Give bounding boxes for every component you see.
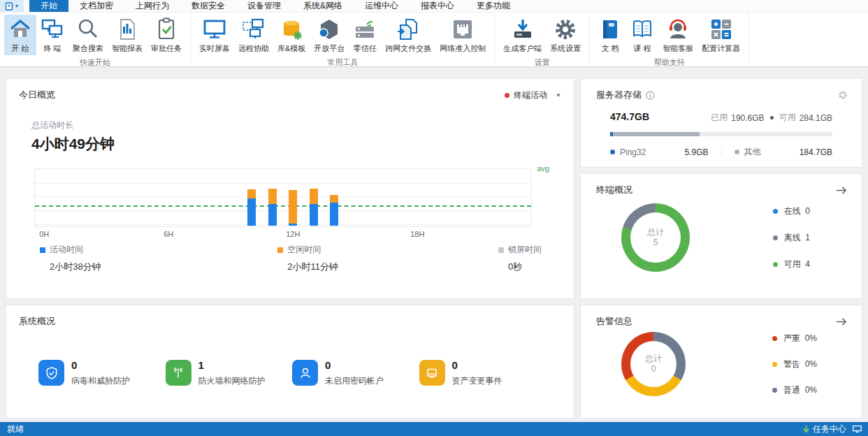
menu-tab-运维中心[interactable]: 运维中心 xyxy=(354,0,410,12)
active-segment xyxy=(268,204,277,226)
x-tick-label: 18H xyxy=(410,230,424,238)
ribbon-button-网络准入控制[interactable]: 网络准入控制 xyxy=(435,15,490,55)
info-icon[interactable] xyxy=(646,91,655,100)
system-item-资产变更事件[interactable]: 0资产变更事件 xyxy=(419,360,547,387)
alert-info-title: 告警信息 xyxy=(596,315,632,328)
storage-total-value: 474.7GB xyxy=(610,111,649,122)
ribbon-button-课程[interactable]: 课 程 xyxy=(626,15,658,55)
client-monitor-icon[interactable] xyxy=(852,425,862,433)
main-content: 今日概览 终端活动 ▼ 总活动时长 4小时49分钟 avg 0H6H12H18H… xyxy=(0,67,868,422)
calculator-icon xyxy=(709,17,733,42)
stacked-bar-hour-13[interactable] xyxy=(310,189,318,226)
chart-plot-area: avg xyxy=(34,168,532,227)
storage-legend-Ping32: Ping325.9GB xyxy=(610,147,709,157)
red-dot-icon xyxy=(505,93,509,98)
menu-tab-文档加密[interactable]: 文档加密 xyxy=(68,0,124,12)
total-activity-label: 总活动时长 xyxy=(31,119,574,131)
ribbon-button-跨网文件交换[interactable]: 跨网文件交换 xyxy=(381,15,435,55)
ribbon-button-审批任务[interactable]: 审批任务 xyxy=(147,15,186,55)
legend-item-锁屏时间: 锁屏时间0秒 xyxy=(498,244,542,273)
system-item-防火墙和网络防护[interactable]: 1防火墙和网络防护 xyxy=(166,360,293,387)
active-segment xyxy=(310,204,318,226)
ribbon-button-文档[interactable]: 文 档 xyxy=(594,15,626,55)
ribbon-button-库&模板[interactable]: 库&模板 xyxy=(273,15,310,55)
app-menu-button[interactable]: ▼ xyxy=(0,0,24,12)
terminal-donut-chart: 总计 5 xyxy=(621,203,690,272)
caret-down-icon: ▼ xyxy=(15,3,20,8)
storage-legend: Ping325.9GB其他184.7GB xyxy=(610,146,832,158)
asset-change-icon xyxy=(419,360,445,386)
stacked-bar-hour-14[interactable] xyxy=(330,195,338,226)
legend-item-严重: 严重 0% xyxy=(772,333,817,344)
ribbon-button-开放平台[interactable]: 开放平台 xyxy=(310,15,349,55)
system-item-未启用密码帐户[interactable]: 0未启用密码帐户 xyxy=(292,360,419,387)
menu-tab-报表中心[interactable]: 报表中心 xyxy=(410,0,465,12)
activity-bar-chart: avg 0H6H12H18H xyxy=(34,168,532,241)
avg-line-label: avg xyxy=(537,164,549,211)
alerts-arrow-right-icon[interactable] xyxy=(836,317,848,326)
menu-tab-更多功能[interactable]: 更多功能 xyxy=(465,0,521,12)
ribbon-button-智能客服[interactable]: 智能客服 xyxy=(658,15,697,55)
shield-check-icon xyxy=(38,360,64,386)
user-account-icon xyxy=(292,360,318,386)
ribbon-button-实时屏幕[interactable]: 实时屏幕 xyxy=(195,15,234,55)
idle-segment xyxy=(330,195,338,203)
terminal-activity-selector[interactable]: 终端活动 ▼ xyxy=(505,89,561,101)
storage-settings-gear-icon[interactable] xyxy=(838,90,848,100)
chart-x-axis: 0H6H12H18H xyxy=(34,230,532,241)
ribbon-button-聚合搜索[interactable]: 聚合搜索 xyxy=(68,15,108,55)
chart-gridline xyxy=(35,183,531,184)
avg-dashed-line xyxy=(35,205,531,207)
storage-legend-其他: 其他184.7GB xyxy=(721,146,833,158)
panel-terminal-overview: 终端概况 总计 5 在线 0离线 1可用 4 xyxy=(580,173,862,299)
legend-item-可用: 可用 4 xyxy=(773,259,810,270)
stacked-bar-hour-11[interactable] xyxy=(268,189,277,226)
selector-label: 终端活动 xyxy=(514,89,547,101)
ribbon-button-生成客户端[interactable]: 生成客户端 xyxy=(499,15,546,55)
home-icon xyxy=(8,17,32,42)
menu-tabs: 开始文档加密上网行为数据安全设备管理系统&网络运维中心报表中心更多功能 xyxy=(29,0,521,12)
ribbon-button-终端[interactable]: 终 端 xyxy=(36,15,68,55)
green-down-arrow-icon xyxy=(802,425,810,433)
status-ready: 就绪 xyxy=(7,423,24,435)
panel-server-storage: 服务器存储 474.7GB 已用190.6GB 可用284.1GB xyxy=(580,78,862,168)
ribbon-button-配置计算器[interactable]: 配置计算器 xyxy=(697,15,744,55)
gear-icon xyxy=(554,17,577,42)
stacked-bar-hour-10[interactable] xyxy=(247,189,256,226)
system-item-病毒和威胁防护[interactable]: 0病毒和威胁防护 xyxy=(38,360,166,387)
legend-item-离线: 离线 1 xyxy=(773,232,810,244)
storage-bar-segment xyxy=(700,132,832,136)
idle-segment xyxy=(268,189,277,205)
zero-trust-icon xyxy=(353,17,377,42)
menu-tab-系统&网络[interactable]: 系统&网络 xyxy=(292,0,354,12)
library-icon xyxy=(280,17,303,42)
file-exchange-icon xyxy=(396,17,420,42)
support-agent-icon xyxy=(666,17,690,42)
chart-gridline xyxy=(35,224,531,225)
storage-progress-bar xyxy=(610,132,832,136)
idle-segment xyxy=(310,189,318,204)
menu-tab-开始[interactable]: 开始 xyxy=(29,0,68,12)
menu-tab-上网行为[interactable]: 上网行为 xyxy=(124,0,180,12)
legend-item-活动时间: 活动时间2小时38分钟 xyxy=(40,244,101,273)
caret-down-icon: ▼ xyxy=(556,92,561,99)
today-overview-title: 今日概览 xyxy=(19,89,55,101)
ribbon-group: 开 始终 端聚合搜索智能报表审批任务快速开始 xyxy=(0,13,191,66)
screen-icon xyxy=(203,17,226,42)
generate-client-icon xyxy=(511,17,535,42)
app-window: ▼ 开始文档加密上网行为数据安全设备管理系统&网络运维中心报表中心更多功能 开 … xyxy=(0,0,868,436)
ribbon-button-零信任[interactable]: 零信任 xyxy=(349,15,381,55)
task-center-button[interactable]: 任务中心 xyxy=(802,423,846,435)
idle-segment xyxy=(247,189,256,198)
ribbon-button-系统设置[interactable]: 系统设置 xyxy=(546,15,585,55)
panel-system-overview: 系统概况 0病毒和威胁防护 1防火墙和网络防护 0未启用密码帐户 0资产变更事件 xyxy=(6,305,574,419)
ribbon-button-远程协助[interactable]: 远程协助 xyxy=(234,15,273,55)
menu-tab-数据安全[interactable]: 数据安全 xyxy=(180,0,236,12)
terminal-arrow-right-icon[interactable] xyxy=(836,186,848,195)
stacked-bar-hour-12[interactable] xyxy=(289,190,297,226)
idle-segment xyxy=(289,190,297,224)
statusbar: 就绪 任务中心 xyxy=(0,422,868,436)
ribbon-button-智能报表[interactable]: 智能报表 xyxy=(108,15,147,55)
menu-tab-设备管理[interactable]: 设备管理 xyxy=(236,0,292,12)
ribbon-button-开始[interactable]: 开 始 xyxy=(4,15,36,55)
